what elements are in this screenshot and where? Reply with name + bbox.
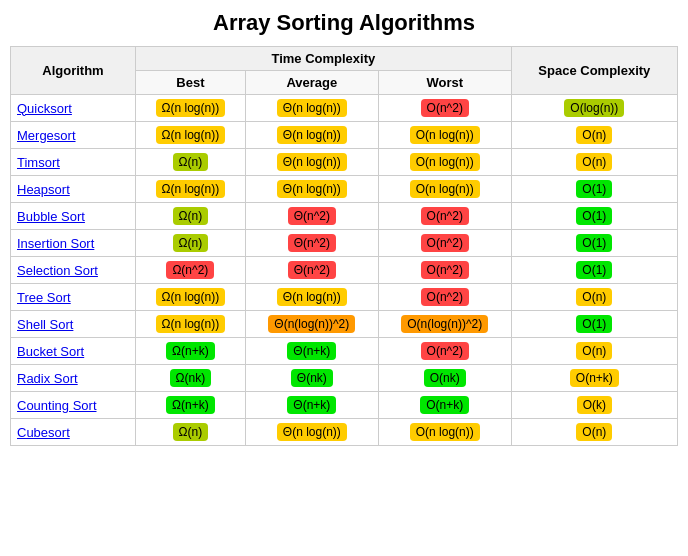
table-row: Insertion SortΩ(n)Θ(n^2)O(n^2)O(1): [11, 230, 678, 257]
worst-time-cell: O(n^2): [378, 203, 511, 230]
col-time-complexity: Time Complexity: [135, 47, 511, 71]
table-row: MergesortΩ(n log(n))Θ(n log(n))O(n log(n…: [11, 122, 678, 149]
worst-space-cell: O(n): [511, 419, 677, 446]
best-cell: Ω(n log(n)): [135, 284, 245, 311]
worst-time-cell: O(n(log(n))^2): [378, 311, 511, 338]
worst-space-cell: O(k): [511, 392, 677, 419]
algo-link[interactable]: Bucket Sort: [17, 344, 84, 359]
table-row: Bucket SortΩ(n+k)Θ(n+k)O(n^2)O(n): [11, 338, 678, 365]
table-row: Counting SortΩ(n+k)Θ(n+k)O(n+k)O(k): [11, 392, 678, 419]
worst-time-cell: O(n^2): [378, 284, 511, 311]
worst-time-cell: O(n log(n)): [378, 176, 511, 203]
worst-time-cell: O(n^2): [378, 338, 511, 365]
worst-time-cell: O(n^2): [378, 95, 511, 122]
algo-name-cell: Heapsort: [11, 176, 136, 203]
worst-time-cell: O(n^2): [378, 257, 511, 284]
table-row: Shell SortΩ(n log(n))Θ(n(log(n))^2)O(n(l…: [11, 311, 678, 338]
algo-name-cell: Bucket Sort: [11, 338, 136, 365]
best-cell: Ω(n log(n)): [135, 176, 245, 203]
worst-space-cell: O(n): [511, 338, 677, 365]
table-row: CubesortΩ(n)Θ(n log(n))O(n log(n))O(n): [11, 419, 678, 446]
worst-time-cell: O(nk): [378, 365, 511, 392]
best-cell: Ω(n log(n)): [135, 122, 245, 149]
worst-space-cell: O(1): [511, 230, 677, 257]
algo-name-cell: Bubble Sort: [11, 203, 136, 230]
worst-time-cell: O(n^2): [378, 230, 511, 257]
average-cell: Θ(n log(n)): [245, 419, 378, 446]
page-title: Array Sorting Algorithms: [10, 10, 678, 36]
average-cell: Θ(nk): [245, 365, 378, 392]
col-average: Average: [245, 71, 378, 95]
average-cell: Θ(n log(n)): [245, 95, 378, 122]
worst-space-cell: O(n): [511, 149, 677, 176]
algo-link[interactable]: Timsort: [17, 155, 60, 170]
algo-link[interactable]: Shell Sort: [17, 317, 73, 332]
worst-space-cell: O(1): [511, 311, 677, 338]
average-cell: Θ(n+k): [245, 392, 378, 419]
average-cell: Θ(n^2): [245, 203, 378, 230]
algo-name-cell: Insertion Sort: [11, 230, 136, 257]
col-space-complexity: Space Complexity: [511, 47, 677, 95]
algo-link[interactable]: Counting Sort: [17, 398, 97, 413]
algo-name-cell: Counting Sort: [11, 392, 136, 419]
algo-link[interactable]: Radix Sort: [17, 371, 78, 386]
average-cell: Θ(n^2): [245, 230, 378, 257]
average-cell: Θ(n log(n)): [245, 122, 378, 149]
best-cell: Ω(n log(n)): [135, 95, 245, 122]
worst-time-cell: O(n log(n)): [378, 149, 511, 176]
average-cell: Θ(n log(n)): [245, 176, 378, 203]
average-cell: Θ(n^2): [245, 257, 378, 284]
best-cell: Ω(n): [135, 149, 245, 176]
average-cell: Θ(n log(n)): [245, 149, 378, 176]
best-cell: Ω(n^2): [135, 257, 245, 284]
col-worst-time: Worst: [378, 71, 511, 95]
best-cell: Ω(n): [135, 203, 245, 230]
best-cell: Ω(n): [135, 419, 245, 446]
worst-space-cell: O(1): [511, 176, 677, 203]
col-algorithm: Algorithm: [11, 47, 136, 95]
algo-name-cell: Selection Sort: [11, 257, 136, 284]
algo-link[interactable]: Tree Sort: [17, 290, 71, 305]
worst-space-cell: O(1): [511, 257, 677, 284]
worst-space-cell: O(n+k): [511, 365, 677, 392]
algo-link[interactable]: Insertion Sort: [17, 236, 94, 251]
best-cell: Ω(n+k): [135, 338, 245, 365]
worst-time-cell: O(n+k): [378, 392, 511, 419]
algo-name-cell: Shell Sort: [11, 311, 136, 338]
worst-space-cell: O(log(n)): [511, 95, 677, 122]
algo-link[interactable]: Quicksort: [17, 101, 72, 116]
table-row: Tree SortΩ(n log(n))Θ(n log(n))O(n^2)O(n…: [11, 284, 678, 311]
best-cell: Ω(n+k): [135, 392, 245, 419]
best-cell: Ω(nk): [135, 365, 245, 392]
algo-name-cell: Radix Sort: [11, 365, 136, 392]
worst-time-cell: O(n log(n)): [378, 419, 511, 446]
algo-name-cell: Mergesort: [11, 122, 136, 149]
algo-link[interactable]: Heapsort: [17, 182, 70, 197]
average-cell: Θ(n+k): [245, 338, 378, 365]
sorting-table: Algorithm Time Complexity Space Complexi…: [10, 46, 678, 446]
algo-link[interactable]: Selection Sort: [17, 263, 98, 278]
algo-name-cell: Timsort: [11, 149, 136, 176]
algo-name-cell: Tree Sort: [11, 284, 136, 311]
algo-name-cell: Cubesort: [11, 419, 136, 446]
worst-space-cell: O(1): [511, 203, 677, 230]
best-cell: Ω(n log(n)): [135, 311, 245, 338]
table-row: TimsortΩ(n)Θ(n log(n))O(n log(n))O(n): [11, 149, 678, 176]
table-row: QuicksortΩ(n log(n))Θ(n log(n))O(n^2)O(l…: [11, 95, 678, 122]
table-row: Radix SortΩ(nk)Θ(nk)O(nk)O(n+k): [11, 365, 678, 392]
worst-space-cell: O(n): [511, 284, 677, 311]
algo-link[interactable]: Bubble Sort: [17, 209, 85, 224]
table-row: Bubble SortΩ(n)Θ(n^2)O(n^2)O(1): [11, 203, 678, 230]
col-best: Best: [135, 71, 245, 95]
algo-link[interactable]: Cubesort: [17, 425, 70, 440]
best-cell: Ω(n): [135, 230, 245, 257]
table-row: Selection SortΩ(n^2)Θ(n^2)O(n^2)O(1): [11, 257, 678, 284]
table-row: HeapsortΩ(n log(n))Θ(n log(n))O(n log(n)…: [11, 176, 678, 203]
average-cell: Θ(n log(n)): [245, 284, 378, 311]
average-cell: Θ(n(log(n))^2): [245, 311, 378, 338]
algo-link[interactable]: Mergesort: [17, 128, 76, 143]
worst-time-cell: O(n log(n)): [378, 122, 511, 149]
worst-space-cell: O(n): [511, 122, 677, 149]
algo-name-cell: Quicksort: [11, 95, 136, 122]
